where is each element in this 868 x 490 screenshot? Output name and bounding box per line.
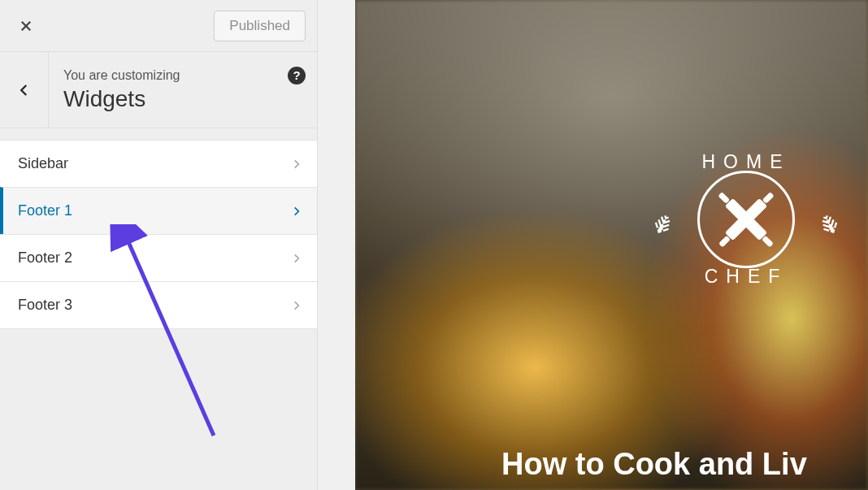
logo-circle [697, 171, 795, 268]
widget-item-label: Footer 2 [18, 249, 72, 267]
widget-item-label: Footer 1 [18, 202, 72, 219]
chevron-right-icon [291, 253, 302, 264]
logo-text-top: HOME [665, 151, 827, 173]
chevron-right-icon [291, 206, 302, 217]
site-logo: HOME ⸙ ⸙ CHEF [665, 138, 827, 301]
rolling-pins-icon [710, 183, 783, 256]
widget-list: Sidebar Footer 1 Footer 2 Footer 3 [0, 140, 317, 328]
preview-area: HOME ⸙ ⸙ CHEF How to Cook and Liv [355, 0, 868, 490]
top-bar: Published [0, 0, 317, 52]
widget-item-label: Sidebar [18, 155, 68, 172]
widget-item-sidebar[interactable]: Sidebar [0, 140, 317, 188]
close-icon [19, 19, 33, 33]
widget-item-footer-1[interactable]: Footer 1 [0, 187, 317, 235]
header-text: You are customizing Widgets ? [49, 55, 317, 125]
chevron-right-icon [291, 300, 302, 311]
close-button[interactable] [8, 8, 44, 44]
site-heading: How to Cook and Liv [501, 447, 807, 482]
section-title: Widgets [63, 86, 306, 112]
customizer-sidebar: Published You are customizing Widgets ? … [0, 0, 318, 490]
widget-item-label: Footer 3 [18, 297, 72, 314]
header-section: You are customizing Widgets ? [0, 52, 317, 128]
logo-text-bottom: CHEF [665, 266, 827, 288]
chevron-right-icon [291, 158, 302, 170]
widget-item-footer-3[interactable]: Footer 3 [0, 281, 317, 329]
back-button[interactable] [0, 52, 49, 128]
publish-button[interactable]: Published [214, 11, 306, 41]
widget-item-footer-2[interactable]: Footer 2 [0, 234, 317, 282]
customizing-label: You are customizing [63, 68, 306, 83]
chevron-left-icon [17, 83, 32, 98]
help-icon[interactable]: ? [288, 67, 306, 85]
